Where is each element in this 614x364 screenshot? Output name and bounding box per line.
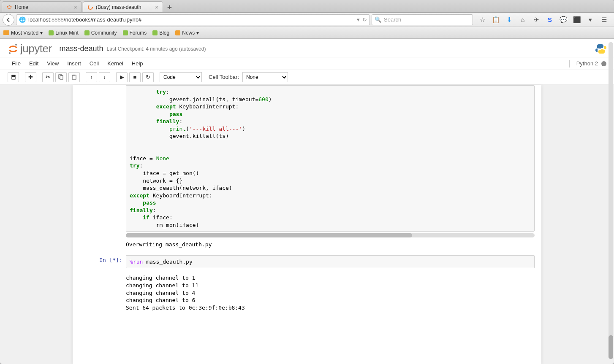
chat-icon[interactable]: 💬 — [558, 15, 568, 25]
paste-button[interactable] — [68, 72, 80, 82]
bookmark-community[interactable]: Community — [84, 30, 117, 36]
bookmark-news[interactable]: News▾ — [175, 30, 199, 36]
code-input[interactable]: try: gevent.joinall(ts, timeout=600) exc… — [126, 85, 535, 232]
reload-icon[interactable]: ↻ — [362, 16, 367, 23]
tab-title: (Busy) mass-deauth — [96, 4, 141, 10]
download-icon[interactable]: ⬇ — [504, 15, 514, 25]
close-icon[interactable]: × — [155, 4, 158, 11]
search-input[interactable]: 🔍 Search — [372, 14, 473, 25]
add-cell-button[interactable]: ✚ — [25, 72, 36, 82]
menu-icon[interactable]: ☰ — [599, 15, 609, 25]
kernel-name[interactable]: Python 2 — [576, 60, 598, 67]
svg-point-1 — [88, 5, 92, 9]
output-text: changing channel to 1 changing channel t… — [126, 272, 535, 314]
move-up-button[interactable]: ↑ — [86, 72, 97, 82]
vertical-scrollbar[interactable] — [609, 42, 613, 359]
svg-rect-7 — [60, 75, 63, 79]
stylish-icon[interactable]: S — [545, 15, 555, 25]
svg-rect-5 — [12, 75, 15, 77]
menu-help[interactable]: Help — [128, 58, 147, 69]
close-icon[interactable]: × — [74, 4, 77, 11]
menu-bar: File Edit View Insert Cell Kernel Help P… — [0, 57, 614, 70]
tab-title: Home — [15, 4, 28, 10]
jupyter-logo-icon — [8, 43, 19, 54]
bookmark-star-icon[interactable]: ☆ — [477, 15, 487, 25]
restart-button[interactable]: ↻ — [142, 72, 154, 82]
svg-rect-9 — [73, 75, 75, 75]
url-input[interactable]: 🌐 localhost:8888/notebooks/mass-deauth.i… — [16, 14, 370, 25]
svg-point-2 — [15, 44, 17, 46]
run-button[interactable]: ▶ — [116, 72, 128, 82]
cell-prompt — [79, 85, 126, 237]
addon-icon[interactable]: ⬛ — [572, 15, 582, 25]
home-icon[interactable]: ⌂ — [518, 15, 528, 25]
menu-kernel[interactable]: Kernel — [103, 58, 128, 69]
rss-icon — [175, 30, 180, 35]
cell-type-select[interactable]: Code — [160, 72, 202, 82]
cell-prompt: In [*]: — [79, 255, 126, 314]
bookmark-forums[interactable]: Forums — [123, 30, 147, 36]
search-icon: 🔍 — [375, 16, 381, 23]
notebook-area[interactable]: try: gevent.joinall(ts, timeout=600) exc… — [0, 84, 614, 364]
dropdown-icon[interactable]: ▾ — [357, 16, 360, 23]
horizontal-scrollbar[interactable] — [126, 233, 535, 237]
mint-icon — [152, 30, 158, 35]
back-button[interactable] — [3, 14, 14, 26]
svg-point-3 — [9, 52, 11, 54]
url-path: /notebooks/mass-deauth.ipynb# — [64, 16, 141, 23]
bookmark-linux-mint[interactable]: Linux Mint — [49, 30, 79, 36]
jupyter-brand: jupyter — [20, 42, 52, 55]
mint-icon — [84, 30, 90, 35]
code-cell-running[interactable]: In [*]: %run mass_deauth.py changing cha… — [79, 255, 535, 314]
browser-tab-home[interactable]: Home × — [2, 1, 82, 12]
menu-view[interactable]: View — [43, 58, 63, 69]
cell-prompt — [79, 238, 126, 251]
menu-file[interactable]: File — [8, 58, 25, 69]
globe-icon: 🌐 — [19, 16, 26, 23]
browser-tab-notebook[interactable]: (Busy) mass-deauth × — [83, 1, 163, 12]
mint-icon — [49, 30, 54, 35]
save-button[interactable] — [8, 72, 19, 82]
url-toolbar: 🌐 localhost:8888/notebooks/mass-deauth.i… — [0, 13, 614, 27]
bookmarks-bar: Most Visited▾ Linux Mint Community Forum… — [0, 27, 614, 39]
url-port: :8888 — [50, 16, 64, 23]
cut-button[interactable]: ✂ — [42, 72, 54, 82]
search-placeholder: Search — [384, 16, 401, 23]
menu-insert[interactable]: Insert — [63, 58, 85, 69]
send-icon[interactable]: ✈ — [531, 15, 541, 25]
toolbar: ✚ ✂ ↑ ↓ ▶ ■ ↻ Code Cell Toolbar: None — [0, 70, 614, 84]
menu-cell[interactable]: Cell — [85, 58, 103, 69]
cell-toolbar-select[interactable]: None — [242, 72, 288, 82]
jupyter-favicon — [6, 4, 12, 10]
chevron-down-icon: ▾ — [40, 30, 43, 36]
checkpoint-label: Last Checkpoint: 4 minutes ago (autosave… — [107, 46, 206, 52]
svg-rect-8 — [72, 75, 76, 79]
output-text: Overwriting mass_deauth.py — [126, 238, 535, 251]
browser-tab-bar: Home × (Busy) mass-deauth × ✚ — [0, 0, 614, 13]
jupyter-logo[interactable]: jupyter — [8, 42, 52, 55]
python-logo-icon — [595, 43, 606, 54]
code-input[interactable]: %run mass_deauth.py — [126, 255, 535, 269]
chevron-down-icon: ▾ — [196, 30, 199, 36]
menu-edit[interactable]: Edit — [25, 58, 43, 69]
copy-button[interactable] — [55, 72, 67, 82]
url-host: localhost — [28, 16, 50, 23]
notebook-title[interactable]: mass-deauth — [60, 44, 103, 53]
output-cell: Overwriting mass_deauth.py — [79, 238, 535, 251]
jupyter-busy-favicon — [87, 4, 93, 10]
clipboard-icon[interactable]: 📋 — [491, 15, 501, 25]
dropdown-icon[interactable]: ▾ — [585, 15, 595, 25]
jupyter-header: jupyter mass-deauth Last Checkpoint: 4 m… — [0, 39, 614, 57]
stop-button[interactable]: ■ — [129, 72, 141, 82]
code-cell[interactable]: try: gevent.joinall(ts, timeout=600) exc… — [79, 85, 535, 237]
move-down-button[interactable]: ↓ — [99, 72, 110, 82]
cell-toolbar-label: Cell Toolbar: — [209, 74, 239, 80]
folder-icon — [3, 30, 9, 35]
kernel-busy-icon — [601, 61, 606, 66]
bookmark-most-visited[interactable]: Most Visited▾ — [3, 30, 43, 36]
new-tab-button[interactable]: ✚ — [164, 2, 175, 12]
mint-icon — [123, 30, 128, 35]
bookmark-blog[interactable]: Blog — [152, 30, 169, 36]
